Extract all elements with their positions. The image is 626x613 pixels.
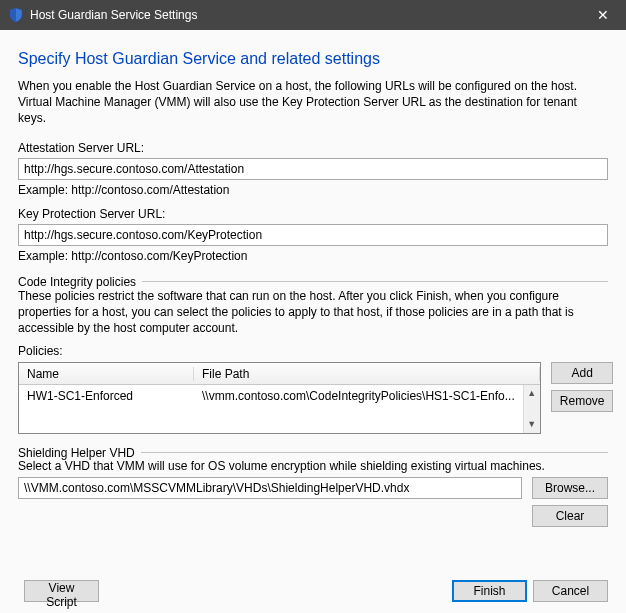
shield-icon: [8, 7, 24, 23]
column-path[interactable]: File Path: [194, 367, 540, 381]
remove-button[interactable]: Remove: [551, 390, 614, 412]
intro-text: When you enable the Host Guardian Servic…: [18, 78, 608, 127]
keyprotection-example: Example: http://contoso.com/KeyProtectio…: [18, 249, 608, 263]
policies-label: Policies:: [18, 344, 608, 358]
column-name[interactable]: Name: [19, 367, 194, 381]
keyprotection-url-input[interactable]: [18, 224, 608, 246]
browse-button[interactable]: Browse...: [532, 477, 608, 499]
shielding-vhd-description: Select a VHD that VMM will use for OS vo…: [18, 459, 608, 473]
clear-button[interactable]: Clear: [532, 505, 608, 527]
view-script-button[interactable]: View Script: [24, 580, 99, 602]
policies-header: Name File Path: [19, 363, 540, 385]
dialog-content: Specify Host Guardian Service and relate…: [0, 30, 626, 613]
attestation-url-input[interactable]: [18, 158, 608, 180]
policies-table[interactable]: Name File Path HW1-SC1-Enforced \\vmm.co…: [18, 362, 541, 434]
titlebar: Host Guardian Service Settings ✕: [0, 0, 626, 30]
page-title: Specify Host Guardian Service and relate…: [18, 50, 608, 68]
table-row[interactable]: HW1-SC1-Enforced \\vmm.contoso.com\CodeI…: [19, 385, 523, 407]
shielding-vhd-group: Shielding Helper VHD Select a VHD that V…: [18, 446, 608, 527]
policy-path-cell: \\vmm.contoso.com\CodeIntegrityPolicies\…: [194, 389, 523, 403]
shielding-vhd-input[interactable]: [18, 477, 522, 499]
add-button[interactable]: Add: [551, 362, 614, 384]
dialog-footer: View Script Finish Cancel: [0, 580, 626, 602]
close-button[interactable]: ✕: [580, 0, 626, 30]
code-integrity-legend: Code Integrity policies: [18, 275, 142, 289]
code-integrity-description: These policies restrict the software tha…: [18, 288, 608, 337]
code-integrity-group: Code Integrity policies These policies r…: [18, 275, 608, 435]
keyprotection-label: Key Protection Server URL:: [18, 207, 608, 221]
shielding-vhd-legend: Shielding Helper VHD: [18, 446, 141, 460]
attestation-label: Attestation Server URL:: [18, 141, 608, 155]
finish-button[interactable]: Finish: [452, 580, 527, 602]
cancel-button[interactable]: Cancel: [533, 580, 608, 602]
attestation-example: Example: http://contoso.com/Attestation: [18, 183, 608, 197]
window-title: Host Guardian Service Settings: [30, 8, 580, 22]
policy-name-cell: HW1-SC1-Enforced: [19, 389, 194, 403]
policies-scrollbar[interactable]: ▲▼: [523, 385, 540, 433]
